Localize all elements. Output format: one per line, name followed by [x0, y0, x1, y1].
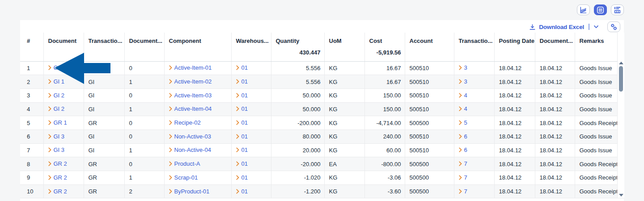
- cell-document_item: 1: [124, 171, 164, 185]
- warehouse-link[interactable]: 01: [236, 133, 248, 140]
- nav-chevron-icon: [48, 147, 51, 152]
- component-link[interactable]: Product-A: [169, 160, 200, 167]
- column-header-document[interactable]: Document: [43, 33, 84, 46]
- scrollbar-up-icon[interactable]: [619, 62, 623, 64]
- cell-num: 6: [20, 130, 43, 143]
- transaction-link[interactable]: 7: [459, 188, 467, 195]
- warehouse-link[interactable]: 01: [236, 78, 248, 85]
- document-link[interactable]: GI 1: [48, 64, 65, 71]
- warehouse-link-label: 01: [242, 174, 248, 181]
- warehouse-link[interactable]: 01: [236, 105, 248, 112]
- transaction-link[interactable]: 6: [459, 147, 467, 153]
- document-link[interactable]: GR 2: [48, 174, 67, 181]
- column-header-transaction_type[interactable]: Transactio...: [84, 33, 124, 46]
- cell-num: 2: [20, 75, 43, 89]
- cell-num: 3: [20, 88, 43, 102]
- nav-chevron-icon: [48, 65, 51, 70]
- cell-document_date: 18.04.12: [535, 157, 575, 171]
- chart-table-view-button[interactable]: [611, 4, 624, 15]
- scrollbar-thumb[interactable]: [619, 66, 623, 92]
- table-view-button[interactable]: [594, 4, 607, 15]
- component-link[interactable]: Active-Item-01: [169, 64, 212, 71]
- transaction-link[interactable]: 7: [459, 160, 467, 167]
- nav-chevron-icon: [169, 161, 172, 166]
- cell-warehouse: 01: [231, 102, 271, 116]
- transaction-link[interactable]: 3: [459, 64, 467, 71]
- document-link[interactable]: GR 2: [48, 188, 67, 195]
- column-header-warehouse[interactable]: Warehous...: [231, 33, 271, 46]
- nav-chevron-icon: [48, 175, 51, 180]
- warehouse-link[interactable]: 01: [236, 147, 248, 153]
- cell-transaction_type: GI: [84, 61, 124, 75]
- transaction-link[interactable]: 5: [459, 119, 467, 126]
- transaction-link[interactable]: 4: [459, 105, 467, 112]
- component-link[interactable]: Non-Active-04: [169, 147, 211, 153]
- warehouse-link[interactable]: 01: [236, 64, 248, 71]
- cell-cost: -3.06: [364, 171, 405, 185]
- chart-table-icon: [614, 6, 621, 14]
- column-header-component[interactable]: Component: [164, 33, 231, 46]
- warehouse-link[interactable]: 01: [236, 174, 248, 181]
- cell-document: GR 1: [43, 116, 84, 130]
- warehouse-link[interactable]: 01: [236, 92, 248, 99]
- settings-button[interactable]: [607, 21, 620, 32]
- document-link[interactable]: GR 2: [48, 160, 67, 167]
- column-header-account[interactable]: Account: [405, 33, 454, 46]
- column-header-cost[interactable]: Cost: [364, 33, 405, 46]
- table-row: 2GI 1GI1Active-Item-02015.556KG16.675005…: [20, 75, 617, 89]
- nav-chevron-icon: [48, 79, 51, 84]
- column-header-document_date[interactable]: Document...: [535, 33, 575, 46]
- column-header-uom[interactable]: UoM: [324, 33, 364, 46]
- cell-quantity: 50.000: [271, 88, 324, 102]
- document-link[interactable]: GR 1: [48, 119, 67, 126]
- transaction-link[interactable]: 7: [459, 174, 467, 181]
- document-link[interactable]: GI 2: [48, 105, 65, 112]
- cell-component: ByProduct-01: [164, 184, 231, 198]
- transaction-link[interactable]: 6: [459, 133, 467, 140]
- cell-quantity: 50.000: [271, 102, 324, 116]
- warehouse-link[interactable]: 01: [236, 119, 248, 126]
- total-document_item: [124, 46, 164, 61]
- cell-transaction_type: GI: [84, 143, 124, 157]
- document-link[interactable]: GI 2: [48, 92, 65, 99]
- cell-transaction: 6: [454, 143, 494, 157]
- chart-view-button[interactable]: [577, 4, 590, 15]
- component-link[interactable]: Non-Active-03: [169, 133, 211, 140]
- scrollbar-down-icon[interactable]: [619, 194, 623, 197]
- cell-uom: KG: [324, 130, 364, 143]
- download-excel-menubutton[interactable]: Download Excel |: [529, 24, 599, 30]
- component-link[interactable]: Active-Item-02: [169, 78, 212, 85]
- cell-posting_date: 18.04.12: [494, 75, 535, 89]
- column-header-document_item[interactable]: Document...: [124, 33, 164, 46]
- document-link[interactable]: GI 3: [48, 147, 65, 153]
- nav-chevron-icon: [169, 120, 172, 125]
- transaction-link[interactable]: 4: [459, 92, 467, 99]
- column-header-num[interactable]: #: [20, 33, 43, 46]
- column-header-transaction[interactable]: Transactio...: [454, 33, 494, 46]
- component-link[interactable]: ByProduct-01: [169, 188, 210, 195]
- document-link[interactable]: GI 3: [48, 133, 65, 140]
- document-link[interactable]: GI 1: [48, 78, 65, 85]
- vertical-scrollbar[interactable]: [618, 33, 624, 198]
- view-switcher: [577, 4, 624, 15]
- component-link[interactable]: Active-Item-04: [169, 105, 212, 112]
- warehouse-link[interactable]: 01: [236, 160, 248, 167]
- cell-remarks: Goods Issue: [575, 75, 617, 89]
- cell-cost: 60.00: [364, 143, 405, 157]
- warehouse-link[interactable]: 01: [236, 188, 248, 195]
- nav-chevron-icon: [459, 175, 462, 180]
- column-header-remarks[interactable]: Remarks: [575, 33, 617, 46]
- component-link[interactable]: Active-Item-03: [169, 92, 212, 99]
- transaction-link[interactable]: 3: [459, 78, 467, 85]
- nav-chevron-icon: [459, 79, 462, 84]
- column-header-posting_date[interactable]: Posting Date: [494, 33, 535, 46]
- cell-remarks: Goods Issue: [575, 102, 617, 116]
- transaction-link-label: 3: [464, 78, 467, 85]
- component-link[interactable]: Recipe-02: [169, 119, 201, 126]
- cell-remarks: Goods Receipt: [575, 184, 617, 198]
- cell-transaction_type: GR: [84, 116, 124, 130]
- cell-document: GR 2: [43, 157, 84, 171]
- column-header-quantity[interactable]: Quantity: [271, 33, 324, 46]
- cell-posting_date: 18.04.12: [494, 157, 535, 171]
- component-link[interactable]: Scrap-01: [169, 174, 198, 181]
